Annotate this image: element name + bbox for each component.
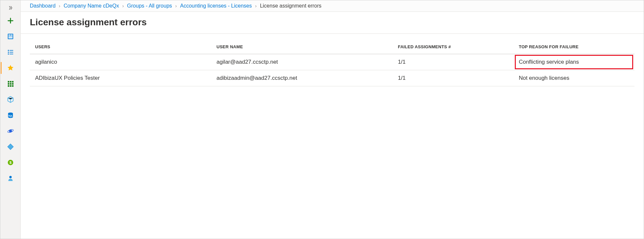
chevron-right-icon: ›: [255, 3, 257, 9]
chevron-double-right-icon: [8, 5, 13, 11]
svg-rect-9: [10, 54, 13, 54]
cell-users: agilanico: [30, 54, 211, 70]
nav-new-resource[interactable]: [1, 13, 20, 29]
sql-icon: SQL: [7, 112, 14, 119]
chevron-right-icon: ›: [122, 3, 124, 9]
cosmos-icon: [7, 127, 14, 135]
svg-point-4: [8, 50, 9, 51]
table-row[interactable]: agilanico agilar@aad27.ccsctp.net 1/1 Co…: [30, 54, 634, 70]
cell-reason-text: Conflicting service plans: [519, 59, 579, 65]
nav-cosmos-db[interactable]: [1, 123, 20, 139]
cell-users: ADIbizaUX Policies Tester: [30, 70, 211, 86]
list-icon: [7, 49, 14, 56]
support-icon: [7, 175, 14, 182]
svg-rect-2: [10, 34, 12, 36]
left-nav-sidebar: SQL $: [0, 0, 21, 239]
nav-sql-databases[interactable]: SQL: [1, 107, 20, 123]
chevron-right-icon: ›: [175, 3, 177, 9]
breadcrumb-link-dashboard[interactable]: Dashboard: [30, 3, 55, 9]
cell-username: adibizaadmin@aad27.ccsctp.net: [211, 70, 392, 86]
svg-rect-7: [10, 50, 13, 51]
svg-text:$: $: [9, 161, 11, 164]
nav-app-services[interactable]: [1, 92, 20, 107]
svg-rect-10: [8, 81, 9, 83]
errors-table: USERS USER NAME FAILED ASSIGNMENTS # TOP…: [30, 40, 634, 86]
breadcrumb-current: License assignment errors: [260, 3, 322, 9]
page-title: License assignment errors: [21, 12, 644, 34]
breadcrumb-link-groups[interactable]: Groups - All groups: [127, 3, 172, 9]
svg-point-25: [9, 176, 11, 178]
cube-icon: [7, 96, 14, 103]
nav-help-support[interactable]: [1, 170, 20, 186]
col-header-username[interactable]: USER NAME: [211, 40, 392, 54]
nav-resource-groups[interactable]: [1, 76, 20, 92]
svg-rect-17: [10, 85, 11, 87]
diamond-icon: [7, 143, 14, 150]
svg-rect-11: [10, 81, 11, 83]
cell-failed: 1/1: [392, 54, 513, 70]
svg-point-6: [8, 54, 9, 55]
svg-rect-18: [12, 85, 13, 87]
table-row[interactable]: ADIbizaUX Policies Tester adibizaadmin@a…: [30, 70, 634, 86]
breadcrumb-link-company[interactable]: Company Name cDeQx: [64, 3, 119, 9]
col-header-failed[interactable]: FAILED ASSIGNMENTS #: [392, 40, 513, 54]
col-header-reason[interactable]: TOP REASON FOR FAILURE: [513, 40, 634, 54]
main-content: Dashboard › Company Name cDeQx › Groups …: [21, 0, 644, 239]
svg-rect-14: [10, 83, 11, 85]
errors-table-wrap: USERS USER NAME FAILED ASSIGNMENTS # TOP…: [21, 34, 644, 239]
nav-cost-management[interactable]: $: [1, 155, 20, 170]
dashboard-icon: [7, 33, 14, 40]
col-header-users[interactable]: USERS: [30, 40, 211, 54]
cell-reason: Not enough licenses: [513, 70, 634, 86]
nav-dashboard[interactable]: [1, 29, 20, 44]
chevron-right-icon: ›: [59, 3, 60, 9]
svg-rect-3: [8, 36, 12, 38]
breadcrumb-link-licenses[interactable]: Accounting licenses - Licenses: [180, 3, 252, 9]
cell-reason: Conflicting service plans: [513, 54, 634, 70]
svg-rect-12: [12, 81, 13, 83]
dollar-icon: $: [7, 159, 14, 166]
nav-azure-ad[interactable]: [1, 139, 20, 155]
plus-icon: [7, 17, 14, 24]
table-header-row: USERS USER NAME FAILED ASSIGNMENTS # TOP…: [30, 40, 634, 54]
svg-rect-13: [8, 83, 9, 85]
breadcrumb: Dashboard › Company Name cDeQx › Groups …: [21, 0, 644, 12]
cell-username: agilar@aad27.ccsctp.net: [211, 54, 392, 70]
expand-sidebar-button[interactable]: [1, 3, 20, 13]
svg-text:SQL: SQL: [8, 115, 12, 117]
grid-icon: [7, 80, 14, 87]
svg-point-5: [8, 52, 9, 53]
nav-all-resources[interactable]: [1, 44, 20, 60]
nav-favorites[interactable]: [1, 60, 20, 76]
svg-rect-8: [10, 52, 13, 53]
star-icon: [7, 64, 14, 72]
cell-failed: 1/1: [392, 70, 513, 86]
svg-rect-16: [8, 85, 9, 87]
svg-rect-15: [12, 83, 13, 85]
svg-rect-1: [8, 34, 10, 36]
